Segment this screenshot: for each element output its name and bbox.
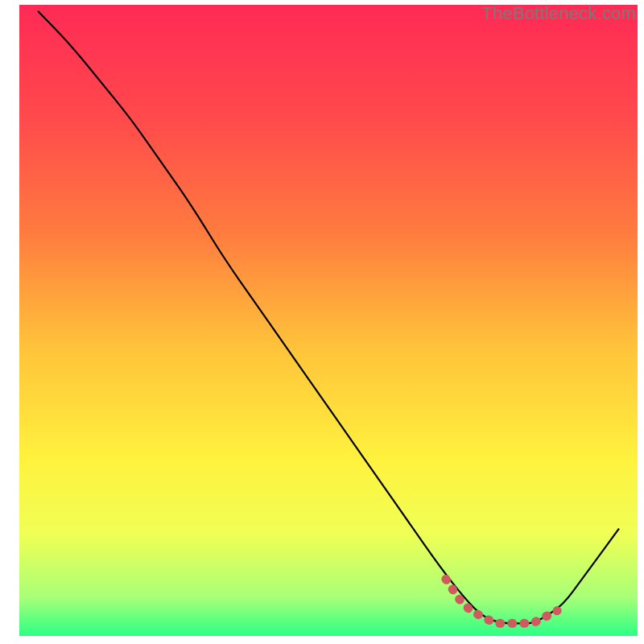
chart-svg [0, 0, 644, 644]
watermark-text: TheBottleneck.com [481, 3, 636, 24]
chart-background-gradient [19, 5, 638, 636]
chart-container: TheBottleneck.com [0, 0, 644, 644]
